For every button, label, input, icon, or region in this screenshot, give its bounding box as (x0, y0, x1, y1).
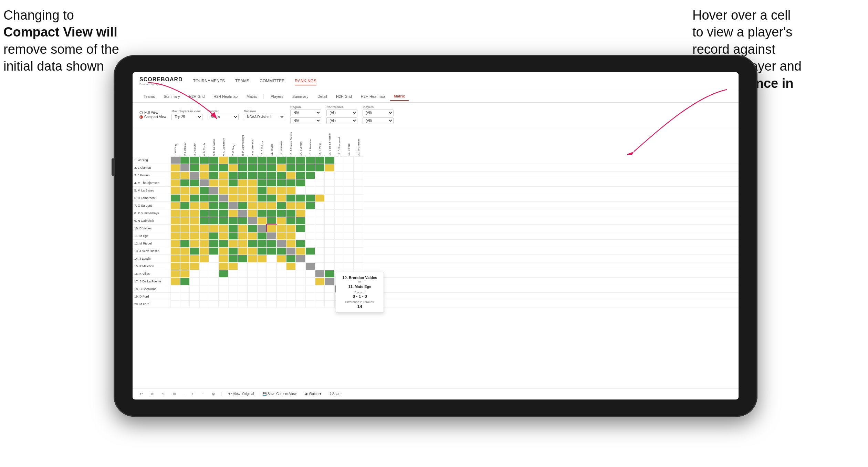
matrix-cell[interactable] (334, 247, 344, 255)
matrix-cell[interactable] (170, 255, 180, 262)
matrix-cell[interactable] (180, 255, 190, 262)
matrix-cell[interactable] (190, 194, 199, 202)
matrix-cell[interactable] (354, 232, 363, 240)
matrix-cell[interactable] (257, 209, 267, 217)
matrix-cell[interactable] (325, 232, 334, 240)
matrix-cell[interactable] (219, 225, 228, 232)
matrix-cell[interactable] (344, 255, 354, 262)
matrix-cell[interactable] (276, 156, 286, 164)
matrix-cell[interactable] (170, 270, 180, 278)
matrix-cell[interactable] (180, 156, 190, 164)
matrix-cell[interactable] (315, 247, 325, 255)
matrix-cell[interactable] (248, 202, 257, 209)
matrix-cell[interactable] (325, 255, 334, 262)
matrix-cell[interactable] (238, 255, 248, 262)
matrix-cell[interactable] (296, 270, 305, 278)
matrix-cell[interactable] (228, 187, 238, 194)
matrix-cell[interactable] (257, 262, 267, 270)
matrix-cell[interactable] (305, 262, 315, 270)
matrix-cell[interactable] (267, 209, 276, 217)
matrix-cell[interactable] (325, 202, 334, 209)
matrix-cell[interactable] (219, 300, 228, 308)
matrix-cell[interactable] (228, 300, 238, 308)
matrix-cell[interactable] (228, 202, 238, 209)
matrix-cell[interactable] (325, 172, 334, 179)
matrix-cell[interactable] (257, 179, 267, 187)
matrix-cell[interactable] (228, 285, 238, 293)
matrix-cell[interactable] (267, 278, 276, 285)
matrix-cell[interactable] (219, 194, 228, 202)
matrix-cell[interactable] (305, 209, 315, 217)
conference-select-2[interactable]: (All) (326, 117, 357, 124)
matrix-cell[interactable] (276, 240, 286, 247)
matrix-cell[interactable] (228, 270, 238, 278)
matrix-cell[interactable] (219, 209, 228, 217)
matrix-cell[interactable] (199, 202, 209, 209)
matrix-cell[interactable] (286, 293, 296, 300)
matrix-cell[interactable] (267, 187, 276, 194)
matrix-cell[interactable] (238, 194, 248, 202)
matrix-cell[interactable] (257, 156, 267, 164)
radio-dot-full[interactable] (139, 111, 143, 114)
matrix-cell[interactable] (325, 194, 334, 202)
matrix-cell[interactable] (170, 300, 180, 308)
matrix-cell[interactable] (180, 217, 190, 225)
matrix-cell[interactable] (170, 285, 180, 293)
matrix-cell[interactable] (238, 285, 248, 293)
matrix-cell[interactable] (267, 232, 276, 240)
matrix-cell[interactable] (354, 164, 363, 172)
matrix-cell[interactable] (248, 255, 257, 262)
matrix-cell[interactable] (228, 179, 238, 187)
matrix-cell[interactable] (257, 217, 267, 225)
matrix-cell[interactable] (276, 187, 286, 194)
matrix-cell[interactable] (209, 156, 219, 164)
matrix-cell[interactable] (325, 217, 334, 225)
matrix-cell[interactable] (286, 156, 296, 164)
players-select-1[interactable]: (All) (363, 110, 394, 116)
matrix-cell[interactable] (170, 156, 180, 164)
matrix-cell[interactable] (199, 232, 209, 240)
matrix-cell[interactable] (180, 293, 190, 300)
matrix-cell[interactable] (248, 172, 257, 179)
matrix-cell[interactable] (267, 255, 276, 262)
matrix-cell[interactable] (286, 247, 296, 255)
matrix-cell[interactable] (315, 187, 325, 194)
matrix-cell[interactable] (248, 179, 257, 187)
matrix-cell[interactable] (248, 293, 257, 300)
tab-summary-2[interactable]: Summary (288, 92, 313, 101)
matrix-cell[interactable] (344, 225, 354, 232)
matrix-cell[interactable] (267, 293, 276, 300)
matrix-cell[interactable] (170, 209, 180, 217)
matrix-cell[interactable] (170, 247, 180, 255)
matrix-cell[interactable] (286, 255, 296, 262)
view-original-button[interactable]: 👁 View: Original (226, 391, 256, 397)
matrix-cell[interactable] (354, 156, 363, 164)
matrix-cell[interactable] (238, 278, 248, 285)
matrix-cell[interactable] (180, 179, 190, 187)
matrix-cell[interactable] (286, 172, 296, 179)
matrix-cell[interactable] (276, 194, 286, 202)
matrix-cell[interactable] (315, 209, 325, 217)
matrix-cell[interactable] (286, 270, 296, 278)
matrix-cell[interactable] (219, 217, 228, 225)
matrix-cell[interactable] (257, 240, 267, 247)
matrix-cell[interactable] (305, 179, 315, 187)
matrix-cell[interactable] (267, 202, 276, 209)
matrix-cell[interactable] (354, 225, 363, 232)
matrix-cell[interactable] (276, 217, 286, 225)
matrix-cell[interactable] (305, 156, 315, 164)
matrix-cell[interactable] (296, 285, 305, 293)
tab-players[interactable]: Players (266, 92, 287, 101)
matrix-cell[interactable] (296, 202, 305, 209)
matrix-cell[interactable] (296, 255, 305, 262)
matrix-cell[interactable] (344, 202, 354, 209)
matrix-cell[interactable] (190, 172, 199, 179)
matrix-cell[interactable] (228, 278, 238, 285)
center-button[interactable]: ⊕ (149, 391, 156, 397)
matrix-cell[interactable] (267, 194, 276, 202)
matrix-cell[interactable] (219, 240, 228, 247)
matrix-cell[interactable] (199, 209, 209, 217)
matrix-cell[interactable] (170, 164, 180, 172)
matrix-cell[interactable] (276, 285, 286, 293)
matrix-cell[interactable] (180, 270, 190, 278)
